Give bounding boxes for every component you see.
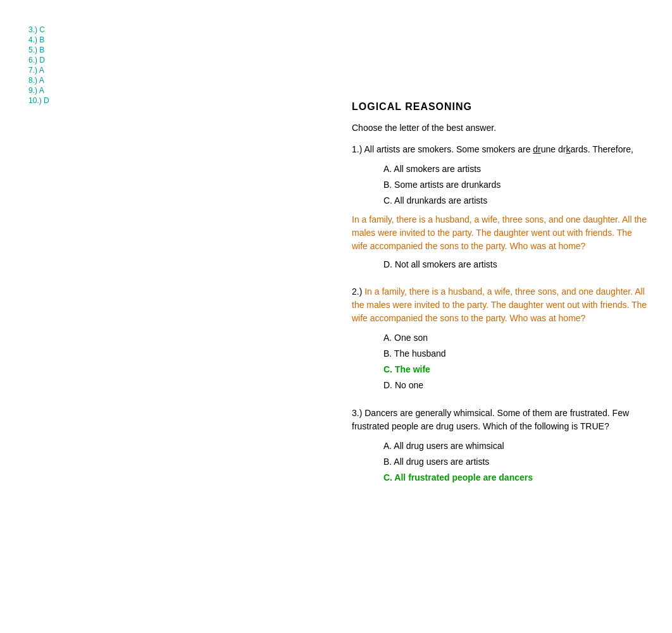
q2-option-b: B. The husband: [383, 346, 648, 362]
instruction: Choose the letter of the best answer.: [352, 123, 648, 133]
sidebar-item-4: 4.) B: [28, 35, 49, 44]
q2-option-d: D. No one: [383, 378, 648, 393]
q1-option-d: D. Not all smokers are artists: [383, 257, 648, 273]
sidebar: 3.) C 4.) B 5.) B 6.) D 7.) A 8.) A 9.) …: [28, 25, 49, 105]
sidebar-item-6: 6.) D: [28, 56, 49, 65]
q2-option-c-correct: C. The wife: [383, 362, 648, 378]
q1-context: In a family, there is a husband, a wife,…: [352, 213, 648, 253]
q1-option-b: B. Some artists are drunkards: [383, 177, 648, 193]
sidebar-item-8: 8.) A: [28, 76, 49, 85]
section-title: LOGICAL REASONING: [352, 101, 648, 113]
sidebar-item-10: 10.) D: [28, 96, 49, 105]
q1-option-c: C. All drunkards are artists: [383, 193, 648, 209]
main-content: LOGICAL REASONING Choose the letter of t…: [352, 101, 648, 498]
q3-number: 3.): [352, 408, 364, 418]
sidebar-item-7: 7.) A: [28, 66, 49, 75]
sidebar-item-9: 9.) A: [28, 86, 49, 95]
q1-number: 1.): [352, 144, 364, 154]
q2-option-a: A. One son: [383, 330, 648, 346]
question-2: 2.) In a family, there is a husband, a w…: [352, 285, 648, 394]
question-2-text: 2.) In a family, there is a husband, a w…: [352, 285, 648, 325]
q3-option-b: B. All drug users are artists: [383, 454, 648, 470]
question-3: 3.) Dancers are generally whimsical. Som…: [352, 407, 648, 486]
sidebar-item-5: 5.) B: [28, 46, 49, 54]
q2-number: 2.): [352, 286, 364, 297]
question-3-text: 3.) Dancers are generally whimsical. Som…: [352, 407, 648, 433]
sidebar-item-3: 3.) C: [28, 25, 49, 34]
q3-option-c-correct: C. All frustrated people are dancers: [383, 470, 648, 486]
q1-option-a: A. All smokers are artists: [383, 161, 648, 177]
question-1-text: 1.) All artists are smokers. Some smoker…: [352, 143, 648, 156]
question-1: 1.) All artists are smokers. Some smoker…: [352, 143, 648, 273]
q3-option-a: A. All drug users are whimsical: [383, 438, 648, 454]
q2-context: In a family, there is a husband, a wife,…: [352, 286, 647, 323]
